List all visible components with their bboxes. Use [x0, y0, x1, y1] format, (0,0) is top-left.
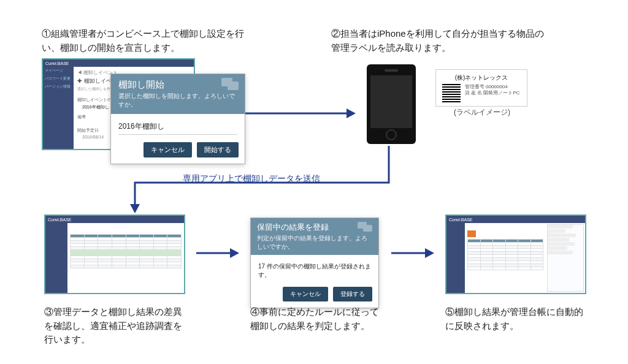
step2-text: ②担当者はiPhoneを利用して自分が担当する物品の管理ラベルを読み取ります。: [331, 27, 552, 55]
arrow-3-4: [196, 244, 239, 262]
dialog-title: 棚卸し開始: [118, 79, 237, 91]
arrow-4-5: [391, 244, 434, 262]
dialog-subtitle: 判定が保留中の結果を登録します。よろしいですか。: [257, 234, 372, 251]
svg-marker-4: [130, 204, 140, 213]
flow-note: 専用アプリ上で棚卸しデータを送信: [183, 173, 320, 184]
dialog-subtitle: 選択した棚卸しを開始します。よろしいですか。: [118, 92, 237, 109]
step4-text: ④事前に定めたルールに従って棚卸しの結果を判定します。: [250, 305, 379, 333]
speech-icon: [358, 222, 373, 234]
asset-label: (株)ネットレックス 管理番号 00000004 資 産 名 開発用ノートPC: [435, 69, 527, 107]
label-mgmtno-v: 00000004: [486, 84, 508, 89]
app-sidebar: マイページ パスワード変更 バージョン情報: [43, 67, 74, 149]
step1-text: ①組織管理者がコンビベース上で棚卸し設定を行い、棚卸しの開始を宣言します。: [42, 27, 250, 55]
label-asset-l: 資 産 名: [465, 90, 482, 96]
app-sidebar: [45, 223, 67, 293]
dialog-msg: 17 件の保留中の棚卸し結果が登録されます。: [251, 255, 378, 287]
dialog-body: 2016年棚卸し: [111, 114, 245, 142]
label-caption: (ラベルイメージ): [454, 107, 510, 118]
label-company: (株)ネットレックス: [442, 74, 521, 82]
label-lines: 管理番号 00000004 資 産 名 開発用ノートPC: [465, 84, 520, 97]
phone-device: [367, 64, 416, 144]
step5-text: ⑤棚卸し結果が管理台帳に自動的に反映されます。: [445, 305, 586, 333]
cancel-button[interactable]: キャンセル: [283, 287, 328, 301]
svg-rect-1: [228, 82, 239, 90]
app-sidebar: [446, 223, 465, 293]
dialog-register-pending: 保留中の結果を登録 判定が保留中の結果を登録します。よろしいですか。 17 件の…: [250, 218, 379, 308]
result-table: [70, 234, 182, 268]
svg-marker-3: [347, 108, 356, 118]
app-brand: Convi.BASE: [449, 218, 473, 222]
menu-item: パスワード変更: [43, 75, 74, 83]
menu-item: マイページ: [43, 67, 74, 75]
menu-item: バージョン情報: [43, 83, 74, 91]
step3-text: ③管理データと棚卸し結果の差異を確認し、適宜補正や追跡調査を行います。: [44, 305, 185, 347]
app-brand: Convi.BASE: [45, 61, 69, 66]
svg-rect-8: [363, 225, 372, 232]
ledger-table: [467, 239, 543, 270]
dialog-header: 保留中の結果を登録 判定が保留中の結果を登録します。よろしいですか。: [251, 218, 378, 255]
app-titlebar: Convi.BASE: [446, 216, 585, 223]
svg-marker-6: [230, 248, 239, 258]
badge: [467, 230, 476, 237]
label-mgmtno-l: 管理番号: [465, 84, 484, 89]
app-main: [67, 223, 184, 271]
dialog-header: 棚卸し開始 選択した棚卸しを開始します。よろしいですか。: [111, 74, 245, 114]
dialog-field: 2016年棚卸し: [118, 121, 237, 135]
phone-screen: [370, 75, 412, 128]
app-window-5: Convi.BASE: [445, 214, 586, 294]
svg-marker-10: [425, 248, 434, 258]
register-button[interactable]: 登録する: [333, 287, 372, 301]
detail-panel: [547, 224, 584, 292]
app-titlebar: Convi.BASE: [45, 216, 184, 223]
app-window-3: Convi.BASE: [44, 214, 185, 294]
dialog-title: 保留中の結果を登録: [257, 222, 372, 233]
app-titlebar: Convi.BASE: [43, 59, 194, 67]
label-asset-v: 開発用ノートPC: [483, 90, 519, 96]
app-brand: Convi.BASE: [48, 218, 72, 222]
speech-icon: [221, 78, 240, 93]
arrow-1-2: [245, 104, 356, 123]
app-main: [465, 223, 585, 293]
qr-icon: [442, 84, 461, 102]
